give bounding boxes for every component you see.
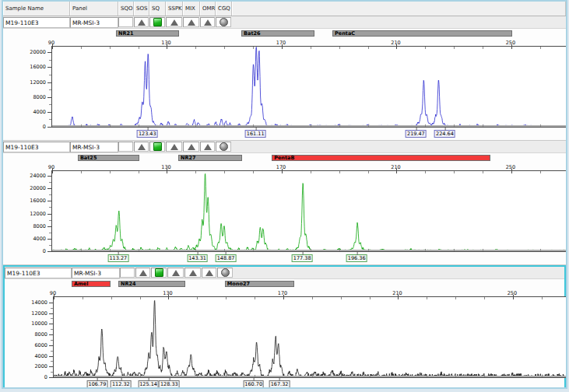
peak-size-label[interactable]: 161.11 [245,130,266,138]
flag-cell-sq[interactable] [151,268,167,278]
peak-size-label[interactable]: 106.79 [87,380,108,388]
y-axis-tick-label: 4000 [33,236,46,242]
flag-cell-sspk[interactable] [166,17,182,27]
flag-cell-sspk[interactable] [167,268,184,278]
quality-pass-square-icon [153,18,162,26]
row-filler [234,268,564,278]
electropherogram-chart[interactable]: AmelNR24Mono27 90130170210250 0200040006… [5,279,564,389]
marker-range-bar[interactable]: NR21 [116,30,179,37]
x-axis-tick-label: 210 [391,40,400,46]
y-axis-tick-label: 0 [43,124,46,130]
peak-size-label[interactable]: 112.32 [111,380,132,388]
flag-cell-mix[interactable] [183,17,199,27]
marker-range-bar[interactable]: Bat26 [241,30,314,37]
flag-cell-omr[interactable] [200,17,215,27]
x-tick [425,171,426,173]
peak-size-label[interactable]: 123.43 [137,130,158,138]
sample-name-cell[interactable]: M19-110E3 [3,142,70,152]
marker-name-label: NR27 [181,155,196,161]
cgq-sphere-icon [221,268,230,277]
marker-range-bar[interactable]: NR27 [178,155,242,161]
sample-panel-block[interactable]: M19-110E3 MR-MSI-3 Bat25NR27PentaB 90130… [3,141,566,265]
warning-triangle-icon [188,144,195,150]
marker-name-label: PentaB [274,155,294,161]
marker-range-bar[interactable]: PentaB [272,155,490,161]
x-tick [398,295,399,299]
row-filler [232,17,566,28]
peak-size-label[interactable]: 113.27 [107,254,128,262]
column-header-cgq: CGQ [216,2,232,16]
sample-row[interactable]: M19-110E3 MR-MSI-3 [3,16,566,29]
peak-size-label[interactable]: 148.87 [216,254,237,262]
peak-size-label[interactable]: 128.33 [159,380,180,388]
trace-plot-area[interactable] [53,296,567,378]
flag-cell-omr[interactable] [202,268,216,278]
flag-cell-sos[interactable] [134,17,149,27]
marker-name-label: Mono27 [227,281,250,287]
x-tick-bottom [540,249,541,251]
flag-cell-omr[interactable] [200,142,215,152]
marker-range-bar[interactable]: NR24 [118,281,185,287]
flag-cell-cgq[interactable] [216,17,231,27]
flag-cell-cgq[interactable] [217,268,233,278]
sample-name-cell[interactable]: M19-110E3 [3,17,70,28]
baseline [52,125,566,127]
peak-size-label[interactable]: 196.36 [346,254,367,262]
peak-size-label[interactable]: 160.70 [243,380,264,388]
sample-name: M19-110E3 [5,144,39,151]
panel-name-cell[interactable]: MR-MSI-3 [70,17,118,28]
flag-cell-sqo[interactable] [118,142,133,152]
peak-size-label[interactable]: 219.47 [406,130,427,138]
flag-cell-mix[interactable] [184,268,201,278]
flag-cell-mix[interactable] [183,142,199,152]
trace-svg [52,171,566,251]
peak-size-label[interactable]: 143.31 [187,254,208,262]
peak-size-label[interactable]: 125.14 [138,380,159,388]
marker-name-label: Bat25 [80,155,97,161]
x-tick [195,171,196,173]
sample-panel-block[interactable]: M19-110E3 MR-MSI-3 AmelNR24Mono27 901301… [3,265,566,389]
flag-cell-sqo[interactable] [118,17,133,27]
panel-name-cell[interactable]: MR-MSI-3 [70,142,118,152]
flag-cell-sq[interactable] [149,17,165,27]
flag-cell-cgq[interactable] [216,142,231,152]
marker-range-bar[interactable]: Bat25 [78,155,139,161]
peak-size-label[interactable]: 224.64 [434,130,455,138]
sample-name-cell[interactable]: M19-110E3 [5,268,72,278]
marker-bar-row: NR21Bat26PentaC [51,30,565,37]
peak-size-label[interactable]: 167.32 [269,380,290,388]
flag-cell-sqo[interactable] [120,268,135,278]
x-tick [255,297,255,299]
x-tick [195,47,196,49]
sample-row[interactable]: M19-110E3 MR-MSI-3 [5,267,564,279]
x-tick [81,47,82,49]
x-tick-bottom [197,375,198,377]
y-axis-tick-label: 8000 [33,94,46,100]
x-axis-tick-label: 90 [50,290,56,296]
x-tick [52,44,53,49]
electropherogram-chart[interactable]: Bat25NR27PentaB 90130170210250 040008000… [3,153,566,264]
electropherogram-chart[interactable]: NR21Bat26PentaC 90130170210250 040008000… [3,29,566,140]
flag-cell-sos[interactable] [134,142,149,152]
marker-range-bar[interactable]: Amel [72,281,111,287]
marker-range-bar[interactable]: PentaC [332,30,512,37]
trace-plot-area[interactable] [51,170,567,252]
x-tick [341,297,342,299]
x-tick [83,297,83,299]
flag-cell-sspk[interactable] [166,142,182,152]
x-tick-bottom [427,375,427,377]
sample-row[interactable]: M19-110E3 MR-MSI-3 [3,141,566,153]
marker-range-bar[interactable]: Mono27 [225,281,294,287]
warning-triangle-icon [189,270,197,276]
x-axis-tick-label: 170 [278,290,287,296]
peak-size-label[interactable]: 177.38 [292,254,313,262]
flag-cell-sq[interactable] [149,142,165,152]
trace-plot-area[interactable] [51,46,567,128]
warning-triangle-icon [138,19,146,26]
panel-name-cell[interactable]: MR-MSI-3 [72,268,120,278]
x-tick-bottom [341,375,342,377]
sample-panel-block[interactable]: M19-110E3 MR-MSI-3 NR21Bat26PentaC 90130… [3,16,566,141]
electropherogram-trace [52,47,566,127]
warning-triangle-icon [139,270,147,276]
flag-cell-sos[interactable] [135,268,150,278]
